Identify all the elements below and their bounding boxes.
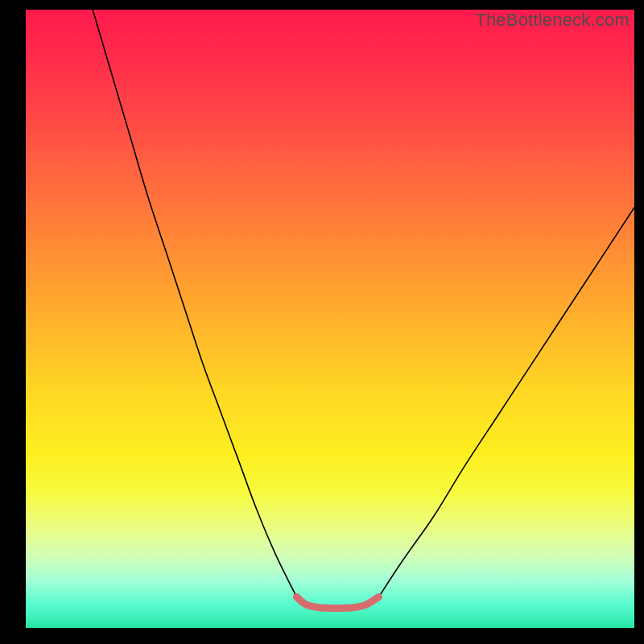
plot-area: TheBottleneck.com (26, 10, 634, 628)
right-curve (378, 208, 634, 597)
left-curve (93, 10, 296, 597)
chart-frame: TheBottleneck.com (0, 0, 644, 644)
plateau-curve (296, 597, 378, 609)
curve-canvas (26, 10, 634, 628)
